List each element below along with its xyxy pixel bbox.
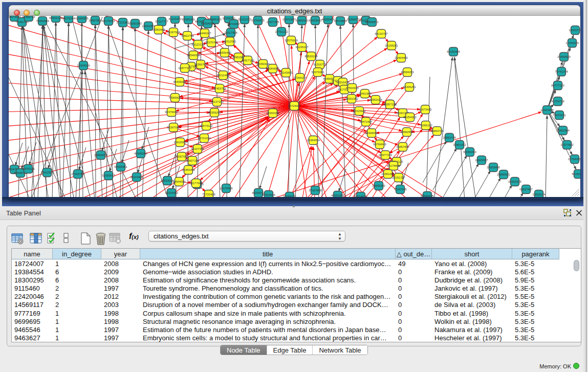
svg-text:13114402: 13114402 [130,176,143,179]
svg-text:47824504: 47824504 [262,193,275,196]
svg-text:69784649: 69784649 [373,143,386,146]
svg-text:02685995: 02685995 [75,17,88,20]
svg-text:07764265: 07764265 [568,158,580,161]
svg-text:48395486: 48395486 [321,18,334,21]
svg-text:46107358: 46107358 [191,147,204,150]
svg-text:83312581: 83312581 [223,40,236,43]
svg-text:59472487: 59472487 [359,120,372,123]
svg-text:48137343: 48137343 [210,100,223,103]
svg-text:02390424: 02390424 [256,62,269,65]
svg-text:75096192: 75096192 [419,124,432,127]
svg-text:23308051: 23308051 [365,132,378,135]
svg-text:43353265: 43353265 [331,194,344,197]
svg-text:15618365: 15618365 [173,141,186,144]
svg-text:31067924: 31067924 [167,31,180,34]
svg-text:65178800: 65178800 [387,164,400,167]
svg-text:18818174: 18818174 [532,193,545,196]
svg-text:16168281: 16168281 [385,44,398,47]
svg-text:84777183: 84777183 [551,84,564,87]
svg-text:53560688: 53560688 [152,28,165,31]
svg-text:76143653: 76143653 [279,71,292,74]
svg-text:00251678: 00251678 [508,180,521,183]
svg-text:78017598: 78017598 [224,31,237,34]
svg-text:16761222: 16761222 [275,30,288,33]
svg-text:70741374: 70741374 [555,70,568,73]
svg-text:37167868: 37167868 [309,189,321,192]
svg-text:72247045: 72247045 [394,188,406,191]
svg-text:66176031: 66176031 [102,19,115,23]
svg-text:78375762: 78375762 [205,41,217,44]
svg-text:58530435: 58530435 [421,194,433,197]
svg-text:28907866: 28907866 [89,19,101,22]
svg-text:19384554: 19384554 [307,139,319,142]
svg-text:20191327: 20191327 [392,176,405,179]
svg-text:35575918: 35575918 [285,39,297,42]
svg-text:28452984: 28452984 [556,129,569,132]
svg-text:26464460: 26464460 [395,56,407,59]
svg-text:36657872: 36657872 [396,145,409,148]
svg-text:17409319: 17409319 [565,41,578,45]
svg-text:37215901: 37215901 [116,21,129,24]
svg-text:39931582: 39931582 [345,97,358,100]
svg-text:51505877: 51505877 [102,174,115,177]
svg-text:86122138: 86122138 [191,43,204,46]
svg-text:86111489: 86111489 [217,74,229,77]
svg-text:30682651: 30682651 [400,130,413,134]
svg-text:02014620: 02014620 [354,195,367,197]
svg-text:60309260: 60309260 [208,111,221,114]
svg-text:65150556: 65150556 [572,172,580,176]
svg-text:04544091: 04544091 [172,180,185,183]
svg-text:00977379: 00977379 [379,154,391,157]
svg-text:33079244: 33079244 [62,17,75,20]
svg-text:83064003: 83064003 [266,67,279,70]
svg-text:09281590: 09281590 [128,22,141,25]
svg-text:33801412: 33801412 [453,143,466,146]
svg-text:06589481: 06589481 [114,165,127,168]
svg-text:74633191: 74633191 [553,114,565,117]
svg-text:92376092: 92376092 [165,111,178,114]
svg-text:03177646: 03177646 [189,182,202,185]
svg-text:27316723: 27316723 [71,172,84,176]
svg-text:49566053: 49566053 [401,71,413,74]
svg-text:18300295: 18300295 [266,112,279,115]
svg-text:88526114: 88526114 [305,55,318,58]
svg-text:94130787: 94130787 [375,32,387,35]
svg-text:57117777: 57117777 [156,20,168,23]
svg-text:19829657: 19829657 [475,159,488,162]
svg-text:36439008: 36439008 [173,80,186,83]
svg-text:69060443: 69060443 [463,150,476,154]
svg-text:82633043: 82633043 [309,19,321,22]
svg-text:65632122: 65632122 [49,16,62,19]
svg-text:37344197: 37344197 [293,76,306,79]
svg-text:30552034: 30552034 [369,98,382,101]
svg-text:47453783: 47453783 [213,87,226,90]
svg-text:93516438: 93516438 [336,81,349,84]
svg-text:44446347: 44446347 [198,32,211,35]
svg-text:32679381: 32679381 [311,71,324,74]
svg-text:72720429: 72720429 [202,193,215,196]
svg-text:28890931: 28890931 [497,173,510,176]
svg-text:41215472: 41215472 [168,17,181,20]
svg-text:14170586: 14170586 [220,187,232,190]
svg-text:80588871: 80588871 [365,20,378,24]
svg-text:24920868: 24920868 [487,166,499,169]
svg-text:13044516: 13044516 [77,64,90,67]
svg-text:16957220: 16957220 [383,103,396,106]
svg-text:14333776: 14333776 [569,29,580,32]
svg-text:00837407: 00837407 [519,188,532,191]
svg-text:41704718: 41704718 [551,100,564,103]
svg-text:40234483: 40234483 [165,191,178,194]
svg-text:52882001: 52882001 [295,19,308,22]
svg-text:82254282: 82254282 [403,116,416,119]
svg-text:70565630: 70565630 [168,96,181,99]
svg-text:21581086: 21581086 [381,172,394,176]
svg-text:16849340: 16849340 [372,184,385,187]
svg-text:00088387: 00088387 [283,195,296,197]
svg-text:13412524: 13412524 [40,171,53,174]
svg-text:42366712: 42366712 [22,16,35,18]
svg-text:66306261: 66306261 [403,85,416,89]
svg-text:73557063: 73557063 [175,155,188,158]
svg-text:26865635: 26865635 [94,154,107,157]
svg-text:02972997: 02972997 [282,18,295,21]
svg-text:20579868: 20579868 [334,19,346,23]
